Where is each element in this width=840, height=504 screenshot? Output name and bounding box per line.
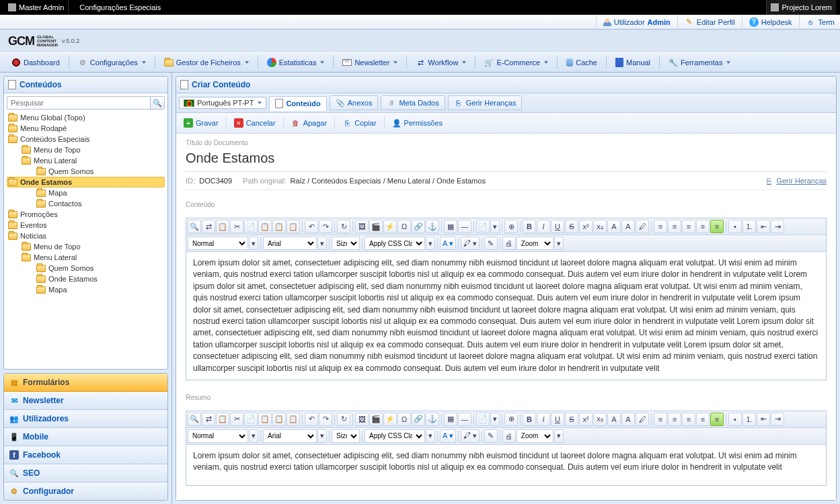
editor-button[interactable]: • xyxy=(728,220,742,233)
editor-button[interactable]: ⚓ xyxy=(426,220,439,233)
css-dd[interactable]: ▾ xyxy=(426,237,435,250)
tab-metadata[interactable]: #Meta Dados xyxy=(381,95,445,110)
editor-button[interactable]: 🖼 xyxy=(355,220,369,233)
editor-button[interactable]: 📋 xyxy=(287,413,300,426)
tree-node[interactable]: Menu Global (Topo) xyxy=(7,112,165,123)
tree-node[interactable]: Mapa xyxy=(7,284,165,295)
editor-button[interactable]: 🔗 xyxy=(412,220,425,233)
menu-workflow[interactable]: ⇄Workflow xyxy=(410,55,472,70)
editor-button[interactable]: 📋 xyxy=(258,413,272,426)
zoom-select[interactable]: Zoom xyxy=(517,237,553,250)
accordion-newsletter[interactable]: ✉Newsletter xyxy=(4,392,167,410)
highlight[interactable]: ✎ xyxy=(484,429,498,443)
editor-button[interactable]: 📋 xyxy=(216,220,229,233)
editor-button[interactable]: ≡ xyxy=(654,413,667,426)
css-select[interactable]: Apply CSS Class xyxy=(365,237,425,250)
editor-button[interactable]: ⊕ xyxy=(504,413,518,426)
helpdesk-link[interactable]: ?Helpdesk xyxy=(742,15,792,30)
tree-node[interactable]: Onde Estamos xyxy=(7,274,165,284)
topbar-master-admin[interactable]: Master Admin xyxy=(4,0,69,15)
editor-button[interactable]: 📄 xyxy=(244,220,258,233)
editor-button[interactable]: ↷ xyxy=(319,220,332,233)
editor-button[interactable]: B xyxy=(523,220,536,233)
editor-button[interactable]: — xyxy=(458,413,471,426)
tree-node[interactable]: Menu Lateral xyxy=(7,252,165,263)
editor-button[interactable]: ⚡ xyxy=(383,413,397,426)
tab-content[interactable]: Conteúdo xyxy=(269,96,326,111)
editor-button[interactable]: ≡ xyxy=(682,413,695,426)
editor-button[interactable]: ⚓ xyxy=(426,413,439,426)
tree-node[interactable]: Promoções xyxy=(7,209,165,220)
accordion-mobile[interactable]: 📱Mobile xyxy=(4,428,167,446)
editor-button[interactable]: ▾ xyxy=(490,413,500,426)
editor-button[interactable]: x₂ xyxy=(593,413,607,426)
bg-color[interactable]: 🖍 ▾ xyxy=(461,237,480,250)
editor-button[interactable]: 1. xyxy=(742,413,756,426)
editor-button[interactable]: — xyxy=(458,220,471,233)
delete-button[interactable]: 🗑Apagar xyxy=(287,116,332,130)
zoom-select[interactable]: Zoom xyxy=(517,429,553,443)
editor-button[interactable]: ≡ xyxy=(682,220,695,233)
document-title[interactable]: Onde Estamos xyxy=(186,148,827,172)
font-select[interactable]: Arial xyxy=(263,429,317,443)
editor-button[interactable]: ≡ xyxy=(696,413,710,426)
editor-button[interactable]: 🔍 xyxy=(188,413,201,426)
editor-button[interactable]: ≡ xyxy=(668,220,681,233)
editor-button[interactable]: S xyxy=(565,413,578,426)
tree-node[interactable]: Menu de Topo xyxy=(7,144,165,155)
editor-button[interactable]: 🔗 xyxy=(412,413,425,426)
editor-button[interactable]: 📋 xyxy=(258,220,272,233)
cancel-button[interactable]: ×Cancelar xyxy=(229,116,280,130)
edit-profile-link[interactable]: ✎Editar Perfil xyxy=(677,15,735,30)
tree-node[interactable]: Conteúdos Especiais xyxy=(7,134,165,144)
editor-button[interactable]: I xyxy=(537,220,550,233)
editor-button[interactable]: ⇤ xyxy=(757,413,770,426)
tree-node[interactable]: Mapa xyxy=(7,187,165,198)
editor-button[interactable]: 📋 xyxy=(216,413,229,426)
menu-dashboard[interactable]: Dashboard xyxy=(5,55,66,70)
print[interactable]: 🖨 xyxy=(502,237,516,250)
accordion-configurador[interactable]: ⚙Configurador xyxy=(4,482,167,500)
tree-node[interactable]: Menu Lateral xyxy=(7,155,165,166)
font-dd[interactable]: ▾ xyxy=(317,429,327,443)
editor-button[interactable]: ✂ xyxy=(230,220,243,233)
tree-node[interactable]: Menu Rodapé xyxy=(7,123,165,134)
editor-button[interactable]: 🖊 xyxy=(636,220,649,233)
topbar-special-config[interactable]: Configurações Especiais xyxy=(75,0,165,15)
editor-button[interactable]: ⇄ xyxy=(202,413,215,426)
editor-button[interactable]: 📄 xyxy=(476,220,490,233)
editor-button[interactable]: 🖼 xyxy=(355,413,369,426)
menu-ecommerce[interactable]: 🛒E-Commerce xyxy=(478,55,554,70)
tab-inherit[interactable]: ⎘Gerir Heranças xyxy=(448,95,523,110)
editor-button[interactable]: ↶ xyxy=(305,413,318,426)
menu-tools[interactable]: 🔧Ferramentas xyxy=(662,55,736,70)
tree-node[interactable]: Eventos xyxy=(7,220,165,230)
summary-editor-body[interactable]: Lorem ipsum dolor sit amet, consectetuer… xyxy=(186,445,826,485)
manage-inheritance-link[interactable]: ⎘Gerir Heranças xyxy=(764,176,827,185)
logout-link[interactable]: ⎋Term xyxy=(799,15,835,30)
format-dd[interactable]: ▾ xyxy=(249,429,258,443)
editor-button[interactable]: ≡ xyxy=(696,220,710,233)
font-select[interactable]: Arial xyxy=(263,237,317,250)
editor-button[interactable]: B xyxy=(523,413,536,426)
text-color[interactable]: A ▾ xyxy=(440,429,456,443)
editor-button[interactable]: ⚡ xyxy=(383,220,397,233)
tree-node[interactable]: Contactos xyxy=(7,198,165,209)
editor-button[interactable]: U xyxy=(551,413,564,426)
accordion-seo[interactable]: 🔍SEO xyxy=(4,464,167,482)
editor-button[interactable]: Ω xyxy=(397,220,411,233)
editor-button[interactable]: 📄 xyxy=(476,413,490,426)
print[interactable]: 🖨 xyxy=(502,429,516,443)
editor-button[interactable]: ↶ xyxy=(305,220,318,233)
tree-node[interactable]: Onde Estamos xyxy=(7,177,165,187)
editor-button[interactable]: A xyxy=(607,413,621,426)
css-select[interactable]: Apply CSS Class xyxy=(365,429,425,443)
editor-button[interactable]: U xyxy=(551,220,564,233)
content-editor-body[interactable]: Lorem ipsum dolor sit amet, consectetuer… xyxy=(186,252,826,380)
accordion-formulários[interactable]: ▤Formulários xyxy=(4,374,167,392)
editor-button[interactable]: • xyxy=(728,413,742,426)
copy-button[interactable]: ⎘Copiar xyxy=(338,116,381,130)
format-select[interactable]: Normal xyxy=(188,237,248,250)
editor-button[interactable]: ≡ xyxy=(654,220,667,233)
menu-newsletter[interactable]: Newsletter xyxy=(336,56,404,69)
